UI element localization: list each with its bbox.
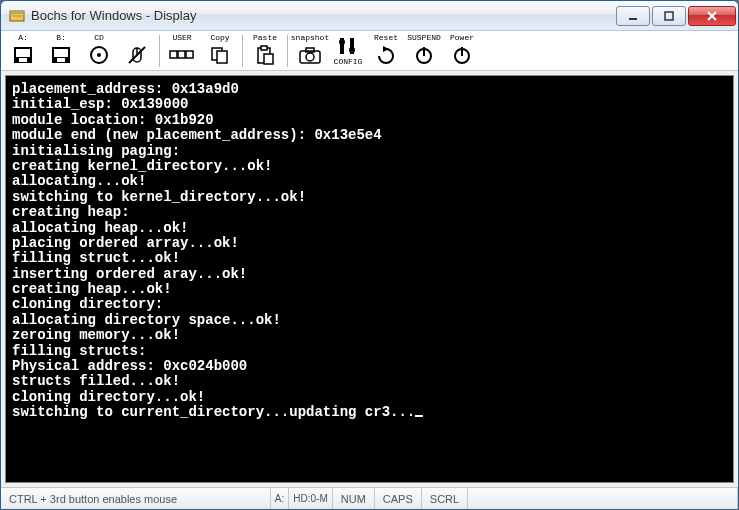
- toolbar-label: CD: [94, 34, 104, 43]
- config-icon: [334, 34, 362, 58]
- mouse-off-icon: [123, 43, 151, 67]
- toolbar-label: Reset: [374, 34, 398, 43]
- floppy-a-icon: [9, 43, 37, 67]
- svg-point-28: [306, 53, 314, 61]
- statusbar: CTRL + 3rd button enables mouse A: HD:0-…: [1, 487, 738, 509]
- power-icon: [448, 43, 476, 67]
- toolbar-label: Power: [450, 34, 474, 43]
- toolbar-label: Paste: [253, 34, 277, 43]
- maximize-icon: [663, 11, 675, 21]
- app-window: Bochs for Windows - Display A:: [0, 0, 739, 510]
- status-hint: CTRL + 3rd button enables mouse: [1, 488, 271, 509]
- svg-rect-20: [186, 51, 193, 58]
- toolbar-label: CONFIG: [334, 58, 363, 67]
- svg-marker-33: [383, 46, 389, 52]
- suspend-button[interactable]: SUSPEND: [406, 33, 442, 69]
- floppy-b-icon: [47, 43, 75, 67]
- close-button[interactable]: [688, 6, 736, 26]
- maximize-button[interactable]: [652, 6, 686, 26]
- status-scrl: SCRL: [422, 488, 468, 509]
- status-caps: CAPS: [375, 488, 422, 509]
- svg-rect-4: [665, 12, 673, 20]
- status-num: NUM: [333, 488, 375, 509]
- reset-icon: [372, 43, 400, 67]
- toolbar-label: snapshot: [291, 34, 329, 43]
- toolbar-label: B:: [56, 34, 66, 43]
- status-empty: [468, 488, 738, 509]
- window-controls: [614, 6, 736, 26]
- svg-rect-12: [57, 58, 65, 62]
- user-keys-icon: [168, 43, 196, 67]
- power-button[interactable]: Power: [444, 33, 480, 69]
- cursor: [415, 415, 423, 417]
- floppy-a-button[interactable]: A:: [5, 33, 41, 69]
- toolbar: A: B: CD: [1, 31, 738, 71]
- window-title: Bochs for Windows - Display: [31, 8, 614, 23]
- toolbar-label: A:: [18, 34, 28, 43]
- mouse-capture-button[interactable]: [119, 33, 155, 69]
- copy-icon: [206, 43, 234, 67]
- svg-rect-24: [261, 46, 267, 50]
- status-drive: A:: [271, 488, 289, 509]
- config-button[interactable]: CONFIG: [330, 33, 366, 69]
- reset-button[interactable]: Reset: [368, 33, 404, 69]
- svg-rect-1: [10, 11, 24, 14]
- toolbar-separator: [242, 35, 243, 67]
- svg-point-14: [97, 53, 101, 57]
- floppy-b-button[interactable]: B:: [43, 33, 79, 69]
- paste-icon: [251, 43, 279, 67]
- copy-button[interactable]: Copy: [202, 33, 238, 69]
- terminal-output: placement_address: 0x13a9d0 initial_esp:…: [5, 75, 734, 483]
- cdrom-button[interactable]: CD: [81, 33, 117, 69]
- snapshot-icon: [296, 43, 324, 67]
- svg-rect-27: [306, 48, 314, 52]
- toolbar-label: Copy: [210, 34, 229, 43]
- svg-rect-8: [16, 49, 30, 57]
- app-icon: [9, 8, 25, 24]
- svg-rect-19: [178, 51, 185, 58]
- suspend-icon: [410, 43, 438, 67]
- svg-rect-25: [264, 54, 273, 64]
- snapshot-button[interactable]: snapshot: [292, 33, 328, 69]
- titlebar: Bochs for Windows - Display: [1, 1, 738, 31]
- user-shortcut-button[interactable]: USER: [164, 33, 200, 69]
- minimize-button[interactable]: [616, 6, 650, 26]
- close-icon: [706, 11, 718, 21]
- svg-point-30: [339, 39, 345, 45]
- toolbar-label: SUSPEND: [407, 34, 441, 43]
- svg-point-32: [349, 47, 355, 53]
- toolbar-label: USER: [172, 34, 191, 43]
- toolbar-separator: [159, 35, 160, 67]
- minimize-icon: [627, 11, 639, 21]
- status-hd: HD:0-M: [289, 488, 332, 509]
- svg-rect-9: [19, 58, 27, 62]
- svg-rect-18: [170, 51, 177, 58]
- toolbar-separator: [287, 35, 288, 67]
- paste-button[interactable]: Paste: [247, 33, 283, 69]
- svg-rect-22: [217, 51, 227, 63]
- svg-rect-11: [54, 49, 68, 57]
- cd-icon: [85, 43, 113, 67]
